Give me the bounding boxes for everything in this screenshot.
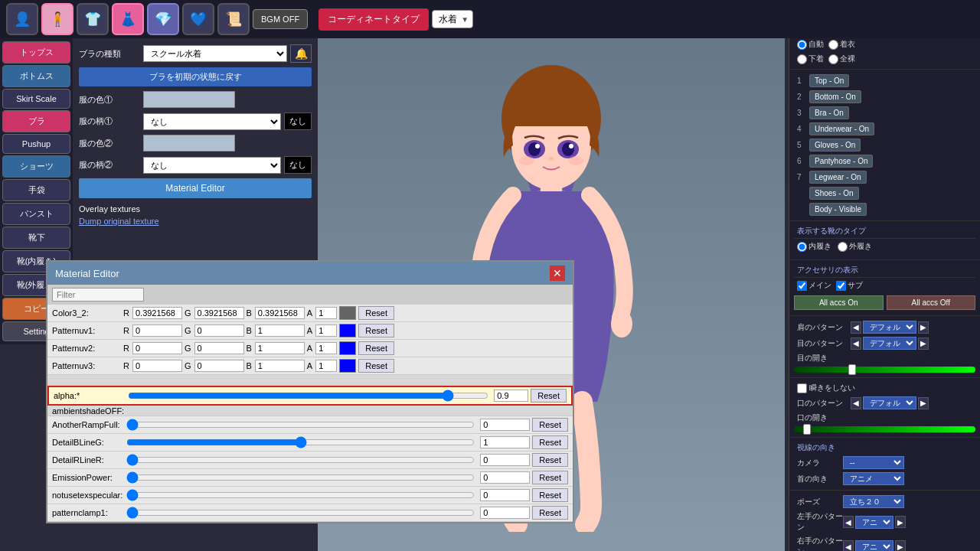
eye-left-arrow[interactable]: ◀: [851, 337, 861, 350]
patternclamp-slider[interactable]: [126, 507, 475, 518]
sidebar-btn-skirt-scale[interactable]: Skirt Scale: [2, 89, 70, 109]
color2-swatch[interactable]: [143, 135, 235, 152]
shoulder-right-arrow[interactable]: ▶: [918, 321, 929, 334]
eye-pattern-select[interactable]: デフォルト: [863, 337, 916, 350]
mat-r-input-2[interactable]: [132, 342, 182, 354]
another-ramp-slider[interactable]: [126, 419, 475, 430]
camera-select[interactable]: --: [843, 456, 904, 469]
left-hand-left-arrow[interactable]: ◀: [843, 516, 854, 528]
auto-radio[interactable]: 自動: [797, 39, 824, 50]
toolbar-btn-scroll[interactable]: 📜: [217, 3, 250, 35]
mat-g-input-2[interactable]: [194, 342, 244, 354]
another-ramp-val[interactable]: [480, 419, 530, 431]
coord-dropdown[interactable]: 水着: [432, 10, 473, 28]
sidebar-btn-socks[interactable]: 靴下: [2, 227, 70, 249]
notuse-slider[interactable]: [126, 490, 475, 500]
toolbar-btn-person[interactable]: 👤: [6, 3, 38, 35]
mouth-open-thumb[interactable]: [803, 424, 811, 435]
mat-r-input-1[interactable]: [132, 324, 182, 337]
wear-radio[interactable]: 着衣: [828, 39, 855, 50]
clothing-pantyhose-btn[interactable]: Pantyhose - On: [809, 155, 873, 168]
full-radio[interactable]: 全裸: [828, 54, 855, 64]
mat-reset-btn-0[interactable]: Reset: [358, 306, 394, 320]
all-accs-on-btn[interactable]: All accs On: [794, 295, 884, 310]
mat-reset-btn-2[interactable]: Reset: [358, 341, 394, 355]
notuse-reset[interactable]: Reset: [532, 488, 568, 502]
bra-reset-button[interactable]: ブラを初期の状態に戻す: [79, 67, 312, 86]
eye-right-arrow[interactable]: ▶: [918, 337, 929, 350]
mat-r-input-0[interactable]: [132, 307, 182, 319]
detail-bline-reset[interactable]: Reset: [532, 435, 568, 449]
mouth-pattern-select[interactable]: デフォルト: [863, 396, 916, 409]
clothing-legwear-btn[interactable]: Legwear - On: [809, 171, 867, 184]
mat-b-input-1[interactable]: [255, 324, 305, 337]
detail-rline-slider[interactable]: [126, 455, 475, 465]
clothing-body-btn[interactable]: Body - Visible: [809, 203, 867, 216]
pose-select[interactable]: 立ち２０: [843, 495, 904, 508]
pattern1-select[interactable]: なし: [143, 113, 281, 130]
left-hand-select[interactable]: アニメ: [855, 516, 893, 529]
mat-swatch-0[interactable]: [339, 306, 356, 320]
bra-type-icon-btn[interactable]: 🔔: [290, 44, 312, 63]
coord-type-button[interactable]: コーディネートタイプ: [318, 8, 429, 31]
mat-a-input-3[interactable]: [315, 360, 337, 372]
mat-g-input-3[interactable]: [194, 360, 244, 372]
toolbar-btn-body[interactable]: 🧍: [41, 3, 74, 35]
patternclamp-val[interactable]: [480, 507, 530, 519]
alpha-reset-btn[interactable]: Reset: [531, 389, 567, 403]
alpha-value-input[interactable]: [494, 390, 528, 402]
mat-r-input-3[interactable]: [132, 360, 182, 372]
shoulder-pattern-select[interactable]: デフォルト: [863, 321, 916, 334]
sidebar-btn-tops[interactable]: トップス: [2, 41, 70, 64]
main-accs-check[interactable]: メイン: [797, 280, 831, 291]
clothing-top-btn[interactable]: Top - On: [809, 74, 849, 87]
sidebar-btn-gloves[interactable]: 手袋: [2, 179, 70, 201]
clothing-bottom-btn[interactable]: Bottom - On: [809, 90, 861, 103]
left-hand-right-arrow[interactable]: ▶: [895, 516, 906, 528]
sidebar-btn-bottoms[interactable]: ボトムス: [2, 65, 70, 87]
toolbar-btn-diamond[interactable]: 💎: [147, 3, 179, 35]
pattern2-select[interactable]: なし: [143, 157, 281, 174]
sub-accs-check[interactable]: サブ: [836, 280, 863, 291]
mat-a-input-2[interactable]: [315, 342, 337, 354]
notuse-val[interactable]: [480, 489, 530, 501]
mat-g-input-0[interactable]: [194, 307, 244, 319]
material-editor-close-btn[interactable]: ✕: [550, 266, 565, 281]
emission-reset[interactable]: Reset: [532, 471, 568, 484]
mat-swatch-2[interactable]: [339, 341, 356, 355]
detail-bline-slider[interactable]: [126, 437, 475, 448]
filter-input[interactable]: [52, 288, 144, 302]
mat-b-input-0[interactable]: [255, 307, 305, 319]
detail-rline-val[interactable]: [480, 454, 530, 466]
pattern1-nashi-btn[interactable]: なし: [284, 112, 312, 130]
clothing-shoes-btn[interactable]: Shoes - On: [809, 187, 859, 200]
sidebar-btn-shorts[interactable]: ショーツ: [2, 155, 70, 178]
mat-reset-btn-1[interactable]: Reset: [358, 324, 394, 337]
clothing-gloves-btn[interactable]: Gloves - On: [809, 139, 861, 152]
detail-bline-val[interactable]: [480, 436, 530, 448]
mouth-left-arrow[interactable]: ◀: [851, 397, 861, 409]
sidebar-btn-bra[interactable]: ブラ: [2, 110, 70, 132]
right-hand-right-arrow[interactable]: ▶: [895, 540, 906, 551]
mat-b-input-2[interactable]: [255, 342, 305, 354]
bottom-radio[interactable]: 下着: [797, 54, 824, 64]
color1-swatch[interactable]: [143, 91, 235, 108]
mat-a-input-1[interactable]: [315, 324, 337, 337]
right-hand-left-arrow[interactable]: ◀: [843, 540, 854, 551]
pattern2-nashi-btn[interactable]: なし: [284, 156, 312, 174]
neck-select[interactable]: アニメ: [843, 472, 904, 485]
mat-swatch-3[interactable]: [339, 359, 356, 373]
toolbar-btn-shirt[interactable]: 👕: [77, 3, 109, 35]
mat-reset-btn-3[interactable]: Reset: [358, 359, 394, 373]
emission-slider[interactable]: [126, 472, 475, 483]
detail-rline-reset[interactable]: Reset: [532, 453, 568, 467]
alpha-slider[interactable]: [128, 390, 488, 401]
shoulder-left-arrow[interactable]: ◀: [851, 321, 861, 334]
emission-val[interactable]: [480, 471, 530, 484]
eye-open-slider-thumb[interactable]: [848, 364, 856, 375]
mat-a-input-0[interactable]: [315, 307, 337, 319]
material-editor-titlebar[interactable]: Material Editor ✕: [47, 262, 573, 285]
outer-shoes-radio[interactable]: 外履き: [838, 241, 872, 252]
blink-check[interactable]: 瞬きをしない: [794, 381, 975, 395]
bra-type-select[interactable]: スクール水着: [143, 45, 287, 62]
